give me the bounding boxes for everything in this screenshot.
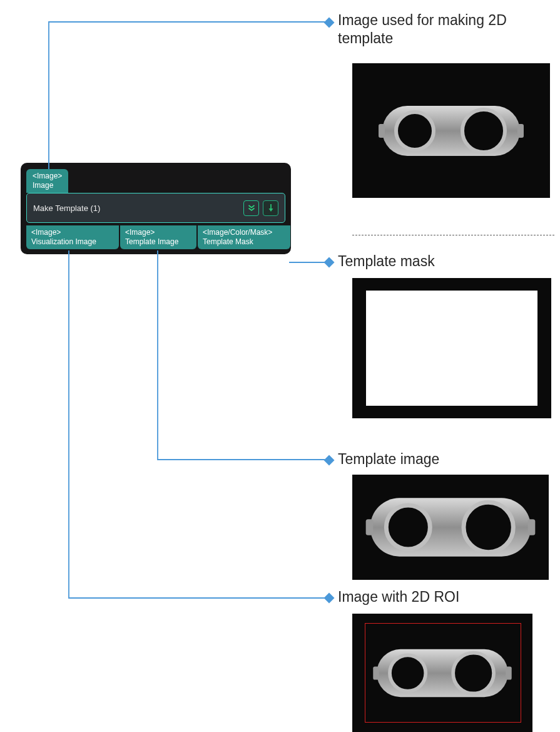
- bullet-icon: [324, 257, 335, 268]
- part-icon: [376, 96, 526, 165]
- svg-point-8: [386, 505, 430, 549]
- svg-rect-6: [517, 124, 524, 138]
- preview-input-image: [352, 63, 550, 198]
- input-port-image[interactable]: <Image> Image: [26, 169, 68, 193]
- svg-rect-10: [366, 519, 374, 535]
- execute-icon[interactable]: [263, 200, 278, 216]
- output-port-type: <Image/Color/Mask>: [203, 228, 285, 237]
- svg-rect-5: [379, 124, 385, 138]
- output-port-type: <Image>: [125, 228, 191, 237]
- svg-point-3: [396, 112, 434, 150]
- part-icon: [363, 487, 538, 568]
- preview-image-with-roi: [352, 614, 532, 732]
- label-template-mask: Template mask: [338, 252, 435, 271]
- expand-icon[interactable]: [243, 200, 259, 216]
- output-port-template-mask[interactable]: <Image/Color/Mask> Template Mask: [198, 225, 290, 249]
- input-port-type: <Image>: [33, 172, 62, 181]
- bullet-icon: [324, 593, 335, 604]
- output-port-visualization-image[interactable]: <Image> Visualization Image: [26, 225, 119, 249]
- node-title-bar[interactable]: Make Template (1): [26, 193, 285, 223]
- output-port-label: Template Image: [125, 237, 191, 247]
- template-step-node: <Image> Image Make Template (1) <Image> …: [21, 163, 291, 254]
- node-title: Make Template (1): [33, 204, 100, 213]
- bullet-icon: [324, 18, 335, 28]
- roi-rect: [365, 623, 521, 723]
- divider: [352, 235, 554, 235]
- svg-point-4: [462, 110, 505, 152]
- mask-rect: [366, 291, 537, 406]
- output-port-template-image[interactable]: <Image> Template Image: [120, 225, 196, 249]
- output-port-type: <Image>: [31, 228, 114, 237]
- preview-template-mask: [352, 278, 551, 418]
- svg-point-9: [464, 502, 513, 552]
- label-input-image: Image used for making 2D template: [338, 11, 557, 48]
- input-port-label: Image: [33, 181, 62, 190]
- svg-marker-1: [268, 209, 273, 212]
- preview-template-image: [352, 475, 549, 580]
- output-port-label: Template Mask: [203, 237, 285, 247]
- output-port-label: Visualization Image: [31, 237, 114, 247]
- label-template-image: Template image: [338, 450, 439, 468]
- label-image-with-roi: Image with 2D ROI: [338, 588, 459, 606]
- bullet-icon: [324, 455, 335, 466]
- svg-rect-11: [528, 519, 536, 535]
